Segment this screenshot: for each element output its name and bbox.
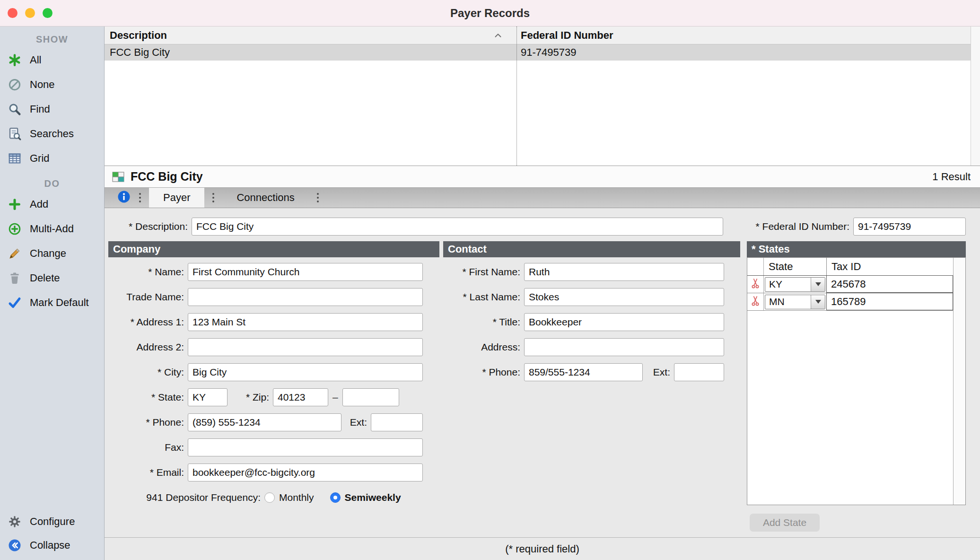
first-name-input[interactable] [524,263,724,281]
city-input[interactable] [188,363,423,381]
sidebar-item-label: All [30,54,41,66]
state-select[interactable]: MN [765,295,825,309]
slash-circle-icon [7,77,23,93]
list-scrollbar[interactable] [971,26,980,166]
address1-input[interactable] [188,313,423,331]
contact-title-label: * Title: [443,316,524,328]
state-label: * State: [108,392,188,403]
sidebar: SHOW All None Find Searches Grid DO [0,26,105,560]
remove-state-icon[interactable] [751,278,760,291]
sidebar-item-label: Collapse [30,539,70,551]
pencil-icon [7,245,23,262]
contact-ext-input[interactable] [674,363,724,381]
radio-unselected-icon [264,492,275,503]
sidebar-item-add[interactable]: Add [0,192,104,217]
cell-description: FCC Big City [105,46,516,59]
sidebar-item-searches[interactable]: Searches [0,122,104,146]
sidebar-item-collapse[interactable]: Collapse [0,534,104,557]
table-row[interactable]: FCC Big City 91-7495739 [105,44,980,61]
add-state-button[interactable]: Add State [750,514,820,532]
description-input[interactable] [192,218,723,236]
fax-input[interactable] [188,438,423,456]
state-input[interactable] [188,388,228,406]
address2-input[interactable] [188,338,423,356]
sidebar-item-grid[interactable]: Grid [0,146,104,171]
sidebar-item-label: Searches [30,128,74,140]
chevron-down-icon[interactable] [811,278,825,291]
column-header-description[interactable]: Description [105,26,516,44]
contact-address-input[interactable] [524,338,724,356]
contact-section-header: Contact [443,241,740,257]
company-name-input[interactable] [188,263,423,281]
window-title: Payer Records [450,7,530,20]
states-delete-column [747,258,764,275]
state-select-value: MN [765,296,811,307]
company-ext-input[interactable] [371,413,423,431]
email-input[interactable] [188,464,423,481]
sidebar-item-none[interactable]: None [0,72,104,97]
sidebar-item-multi-add[interactable]: Multi-Add [0,217,104,241]
column-header-federal-id[interactable]: Federal ID Number [516,26,980,44]
trash-icon [7,270,23,286]
company-section: Company * Name: Trade Name: * [108,241,439,510]
zoom-button[interactable] [43,8,52,18]
states-scrollbar[interactable] [953,258,965,505]
states-column-taxid: Tax ID [827,258,953,275]
result-count: 1 Result [932,171,971,183]
info-icon[interactable] [117,190,131,206]
column-divider [516,26,517,166]
last-name-input[interactable] [524,288,724,306]
chevron-down-icon[interactable] [811,295,825,309]
record-title: FCC Big City [131,170,203,184]
radio-semiweekly[interactable]: Semiweekly [330,492,401,503]
sidebar-item-label: Delete [30,272,60,284]
first-name-label: * First Name: [443,266,524,278]
company-phone-input[interactable] [188,413,341,431]
contact-phone-input[interactable] [524,363,643,381]
email-label: * Email: [108,467,188,478]
payer-list: Description Federal ID Number FCC Big Ci… [105,26,980,166]
sidebar-item-label: None [30,79,55,91]
radio-monthly[interactable]: Monthly [264,492,314,503]
sidebar-item-change[interactable]: Change [0,241,104,266]
radio-selected-icon [330,492,341,503]
payer-record-icon [111,169,126,184]
state-select[interactable]: KY [765,277,825,292]
company-name-label: * Name: [108,266,188,278]
radio-option-label: Monthly [279,492,314,503]
states-section: * States State Tax ID [747,241,966,532]
asterisk-icon [7,52,23,68]
zip4-input[interactable] [342,388,399,406]
sidebar-item-label: Change [30,247,66,260]
state-taxid-cell[interactable]: 165789 [826,293,953,310]
minimize-button[interactable] [25,8,35,18]
contact-title-input[interactable] [524,313,724,331]
company-section-header: Company [108,241,439,257]
states-section-header: * States [747,241,966,257]
tab-payer[interactable]: Payer [149,188,204,208]
last-name-label: * Last Name: [443,291,524,303]
states-column-state: State [764,258,827,275]
sidebar-item-configure[interactable]: Configure [0,510,104,534]
state-taxid-cell[interactable]: 245678 [826,275,953,293]
trade-name-input[interactable] [188,288,423,306]
sidebar-section-show: SHOW [0,34,104,45]
list-header: Description Federal ID Number [105,26,980,44]
tab-label: Payer [163,192,190,204]
states-table-header: State Tax ID [747,258,953,276]
remove-state-icon[interactable] [751,295,760,309]
tab-connections[interactable]: Connections [222,188,308,208]
sidebar-item-find[interactable]: Find [0,97,104,122]
state-row: MN 165789 [747,293,953,311]
federal-id-input[interactable] [853,218,966,236]
contact-section: Contact * First Name: * Last Name: [443,241,740,385]
grid-icon [7,150,23,166]
trade-name-label: Trade Name: [108,291,188,303]
zip-input[interactable] [273,388,328,406]
sidebar-item-delete[interactable]: Delete [0,266,104,290]
collapse-icon [7,537,23,553]
sidebar-section-do: DO [0,178,104,189]
close-button[interactable] [8,8,18,18]
sidebar-item-all[interactable]: All [0,48,104,72]
sidebar-item-mark-default[interactable]: Mark Default [0,290,104,315]
